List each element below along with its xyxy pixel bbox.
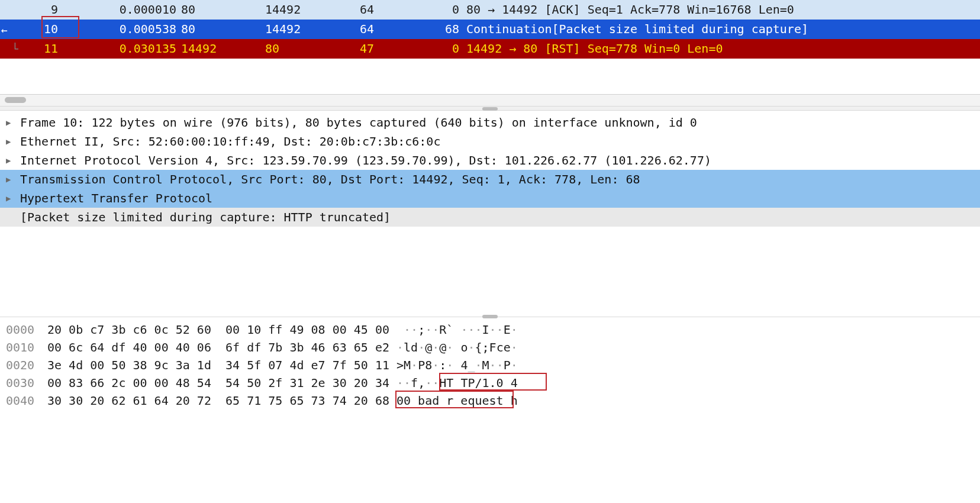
hex-ascii: ··;··R` ···I··E·	[396, 321, 518, 338]
protocol-tree-row[interactable]: [Packet size limited during capture: HTT…	[0, 208, 980, 227]
hex-offset: 0030	[6, 374, 47, 392]
col-no: 11	[0, 39, 65, 59]
protocol-tree-row[interactable]: ▶Transmission Control Protocol, Src Port…	[0, 170, 980, 189]
packet-row[interactable]: 90.000010801449264080 → 14492 [ACK] Seq=…	[0, 0, 980, 20]
expand-triangle-icon[interactable]: ▶	[6, 113, 20, 132]
hex-row[interactable]: 000020 0b c7 3b c6 0c 52 60 00 10 ff 49 …	[6, 321, 980, 338]
hex-row[interactable]: 00203e 4d 00 50 38 9c 3a 1d 34 5f 07 4d …	[6, 356, 980, 374]
col-time: 0.000538	[65, 20, 176, 39]
col-no: 10	[0, 20, 65, 39]
col-length: 64	[360, 20, 419, 39]
hex-ascii: >M·P8·:· 4_·M··P·	[396, 356, 518, 374]
col-info: 14492 → 80 [RST] Seq=778 Win=0 Len=0	[466, 39, 980, 59]
hex-offset: 0040	[6, 392, 47, 410]
protocol-tree-text: [Packet size limited during capture: HTT…	[20, 208, 391, 227]
expand-triangle-icon[interactable]: ▶	[6, 189, 20, 208]
expand-triangle-icon[interactable]: ▶	[6, 151, 20, 170]
col-length2: 68	[419, 20, 466, 39]
protocol-tree-text: Internet Protocol Version 4, Src: 123.59…	[20, 151, 711, 170]
hex-bytes: 00 6c 64 df 40 00 40 06 6f df 7b 3b 46 6…	[47, 338, 396, 356]
hex-bytes: 30 30 20 62 61 64 20 72 65 71 75 65 73 7…	[47, 392, 396, 410]
hex-bytes: 00 83 66 2c 00 00 48 54 54 50 2f 31 2e 3…	[47, 374, 396, 392]
hex-offset: 0000	[6, 321, 47, 338]
hex-bytes: 20 0b c7 3b c6 0c 52 60 00 10 ff 49 08 0…	[47, 321, 396, 338]
protocol-tree-row[interactable]: ▶Hypertext Transfer Protocol	[0, 189, 980, 208]
col-src-port: 14492	[176, 39, 265, 59]
reply-arrow-icon: ←	[1, 20, 8, 39]
packet-row[interactable]: 110.030135144928047014492 → 80 [RST] Seq…	[0, 39, 980, 59]
hex-offset: 0020	[6, 356, 47, 374]
hex-row[interactable]: 004030 30 20 62 61 64 20 72 65 71 75 65 …	[6, 392, 980, 410]
hex-ascii: 00 bad r equest h	[396, 392, 518, 410]
hex-ascii: ·ld·@·@· o·{;Fce·	[396, 338, 518, 356]
col-no: 9	[0, 0, 65, 20]
col-length: 64	[360, 0, 419, 20]
col-length2: 0	[419, 0, 466, 20]
col-dst-port: 14492	[265, 20, 360, 39]
splitter-handle-icon	[482, 107, 498, 111]
col-length: 47	[360, 39, 419, 59]
col-dst-port: 14492	[265, 0, 360, 20]
hex-bytes: 3e 4d 00 50 38 9c 3a 1d 34 5f 07 4d e7 7…	[47, 356, 396, 374]
col-time: 0.030135	[65, 39, 176, 59]
col-length2: 0	[419, 39, 466, 59]
protocol-tree-text: Hypertext Transfer Protocol	[20, 189, 212, 208]
splitter-handle-icon	[482, 315, 498, 318]
tree-corner-icon: └	[12, 39, 18, 59]
packet-bytes-pane[interactable]: 000020 0b c7 3b c6 0c 52 60 00 10 ff 49 …	[0, 317, 980, 410]
protocol-tree-text: Ethernet II, Src: 52:60:00:10:ff:49, Dst…	[20, 132, 440, 151]
scroll-thumb[interactable]	[5, 97, 26, 103]
packet-row[interactable]: 100.00053880144926468Continuation[Packet…	[0, 20, 980, 39]
protocol-tree-text: Transmission Control Protocol, Src Port:…	[20, 170, 640, 189]
packet-details-pane[interactable]: ▶Frame 10: 122 bytes on wire (976 bits),…	[0, 111, 980, 227]
col-dst-port: 80	[265, 39, 360, 59]
pane-splitter-top[interactable]	[0, 106, 980, 111]
hex-row[interactable]: 001000 6c 64 df 40 00 40 06 6f df 7b 3b …	[6, 338, 980, 356]
protocol-tree-text: Frame 10: 122 bytes on wire (976 bits), …	[20, 113, 697, 132]
col-src-port: 80	[176, 0, 265, 20]
packet-list-pane[interactable]: 90.000010801449264080 → 14492 [ACK] Seq=…	[0, 0, 980, 59]
col-info: 80 → 14492 [ACK] Seq=1 Ack=778 Win=16768…	[466, 0, 980, 20]
hex-offset: 0010	[6, 338, 47, 356]
expand-triangle-icon	[6, 208, 20, 227]
packet-list-hscroll[interactable]	[0, 94, 980, 106]
packet-list-whitespace	[0, 59, 980, 94]
protocol-tree-row[interactable]: ▶Ethernet II, Src: 52:60:00:10:ff:49, Ds…	[0, 132, 980, 151]
protocol-tree-row[interactable]: ▶Internet Protocol Version 4, Src: 123.5…	[0, 151, 980, 170]
hex-ascii: ··f,··HT TP/1.0 4	[396, 374, 518, 392]
protocol-tree-row[interactable]: ▶Frame 10: 122 bytes on wire (976 bits),…	[0, 113, 980, 132]
col-time: 0.000010	[65, 0, 176, 20]
hex-row[interactable]: 003000 83 66 2c 00 00 48 54 54 50 2f 31 …	[6, 374, 980, 392]
col-src-port: 80	[176, 20, 265, 39]
col-info: Continuation[Packet size limited during …	[466, 20, 980, 39]
expand-triangle-icon[interactable]: ▶	[6, 170, 20, 189]
expand-triangle-icon[interactable]: ▶	[6, 132, 20, 151]
